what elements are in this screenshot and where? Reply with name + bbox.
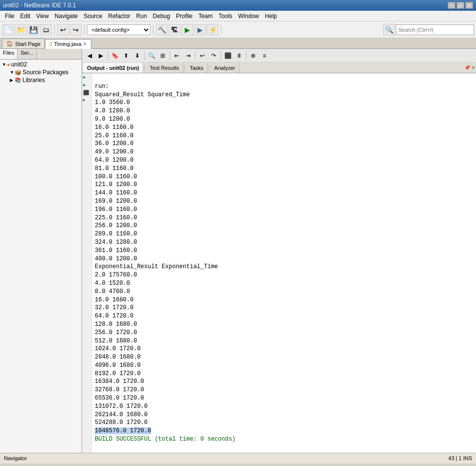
data-line-18: 324.0 1280.0: [95, 239, 137, 246]
editor-toolbar: ◀ ▶ 🔖 ⬆ ⬇ 🔍 ⊞ ⇤ ⇥ ↩ ↷ ⬛ ⏸ ⊕ ≡: [82, 49, 476, 63]
libraries-icon: 📚: [15, 77, 22, 84]
save-all-button[interactable]: 🗂: [40, 24, 52, 36]
recycle-indicator: ♻: [83, 98, 85, 102]
project-label: unit02: [11, 61, 27, 68]
menu-navigate[interactable]: Navigate: [52, 12, 81, 21]
menu-team[interactable]: Team: [195, 12, 216, 21]
timing-java-close[interactable]: ✕: [83, 42, 87, 46]
exp-line-7: 128.0 1680.0: [95, 321, 137, 328]
config-select[interactable]: <default config>: [87, 24, 151, 35]
forward-button[interactable]: ▶: [95, 50, 106, 61]
debug-button[interactable]: ▶: [194, 24, 206, 36]
output-gutter: ▶ ▶ ⬛ ♻: [82, 73, 92, 453]
delete-btn[interactable]: ≡: [259, 50, 270, 61]
tab-start-page[interactable]: 🏠 Start Page: [2, 39, 45, 48]
ed-sep-6: [246, 51, 246, 61]
redo-button[interactable]: ↪: [70, 24, 82, 36]
output-content[interactable]: ▶ ▶ ⬛ ♻ run: Squared_Result Squared_Time…: [82, 73, 476, 453]
menu-run[interactable]: Run: [133, 12, 150, 21]
close-button[interactable]: ✕: [465, 2, 473, 9]
tree-item-source-packages[interactable]: ▼ 📦 Source Packages: [1, 68, 81, 76]
prev-bookmark[interactable]: ⬆: [121, 50, 131, 61]
left-panel-tabs: Files Ser...: [0, 49, 82, 60]
libraries-label: Libraries: [22, 77, 45, 84]
new-file-button[interactable]: 📄: [2, 24, 14, 36]
data-line-5: 25.0 1160.0: [95, 132, 133, 139]
run-indicator-2: ▶: [83, 82, 86, 88]
data-line-17: 289.0 1160.0: [95, 231, 137, 237]
insert-btn[interactable]: ⊕: [248, 50, 259, 61]
tree-item-unit02[interactable]: ▼ ● unit02: [1, 61, 81, 68]
exp-line-14: 16384.0 1720.0: [95, 378, 144, 385]
menu-help[interactable]: Help: [262, 12, 280, 21]
status-position: 43 | 1 INS: [448, 455, 472, 461]
toolbar-sep-4: [221, 24, 221, 35]
pause-btn[interactable]: ⏸: [234, 50, 244, 61]
exp-line-1: 2.0 175760.0: [95, 272, 137, 278]
output-pin-btn[interactable]: 📌: [464, 65, 470, 70]
panel-tab-services[interactable]: Ser...: [18, 49, 37, 59]
data-line-14: 196.0 1160.0: [95, 206, 137, 213]
output-tab-test[interactable]: Test Results: [146, 63, 183, 73]
tree-item-libraries[interactable]: ▶ 📚 Libraries: [1, 76, 81, 84]
output-close-btn[interactable]: ✕: [471, 65, 475, 70]
output-text: run: Squared_Result Squared_Time 1.0 356…: [95, 74, 474, 452]
source-packages-icon: 📦: [15, 69, 22, 76]
save-button[interactable]: 💾: [27, 24, 39, 36]
indent-right[interactable]: ⇥: [183, 50, 194, 61]
undo-button[interactable]: ↩: [57, 24, 69, 36]
menu-refactor[interactable]: Refactor: [105, 12, 133, 21]
data-line-20: 400.0 1200.0: [95, 255, 137, 262]
output-tab-run[interactable]: Output - unit02 (run): [83, 63, 143, 73]
panel-tab-files[interactable]: Files: [0, 49, 18, 59]
expand-unit02[interactable]: ▼: [2, 62, 7, 67]
exp-line-19: 524288.0 1720.0: [95, 419, 148, 426]
data-line-7: 49.0 1200.0: [95, 148, 133, 155]
expand-libraries[interactable]: ▶: [10, 78, 15, 83]
run-indicator-1: ▶: [83, 74, 86, 80]
build-success-line: BUILD SUCCESSFUL (total time: 0 seconds): [95, 436, 236, 443]
back-button[interactable]: ◀: [84, 50, 95, 61]
find-usages[interactable]: ⊞: [157, 50, 168, 61]
stop-btn[interactable]: ⬛: [222, 50, 233, 61]
step-over[interactable]: ↷: [208, 50, 219, 61]
exp-line-9: 512.0 1680.0: [95, 338, 137, 344]
output-tab-tasks[interactable]: Tasks: [186, 63, 208, 73]
data-line-6: 36.0 1200.0: [95, 140, 133, 147]
search-input[interactable]: [396, 24, 474, 35]
ed-sep-3: [170, 51, 170, 61]
menu-tools[interactable]: Tools: [216, 12, 235, 21]
run-button[interactable]: ▶: [181, 24, 193, 36]
search-btn[interactable]: 🔍: [146, 50, 157, 61]
tab-strip: 🏠 Start Page J Timing.java ✕: [0, 38, 476, 49]
expand-source[interactable]: ▼: [10, 70, 15, 75]
menu-edit[interactable]: Edit: [17, 12, 33, 21]
menu-window[interactable]: Window: [235, 12, 262, 21]
data-line-9: 81.0 1160.0: [95, 165, 133, 172]
next-bookmark[interactable]: ⬇: [132, 50, 143, 61]
toggle-bookmark[interactable]: 🔖: [109, 50, 120, 61]
ed-sep-1: [108, 51, 108, 61]
minimize-button[interactable]: ─: [448, 2, 455, 9]
menu-source[interactable]: Source: [81, 12, 105, 21]
start-page-icon: 🏠: [6, 41, 13, 47]
menu-file[interactable]: File: [2, 12, 17, 21]
menu-view[interactable]: View: [33, 12, 52, 21]
indent-left[interactable]: ⇤: [172, 50, 182, 61]
menu-debug[interactable]: Debug: [150, 12, 173, 21]
exp-line-13: 8192.0 1720.0: [95, 370, 141, 377]
run-to-cursor[interactable]: ↩: [197, 50, 208, 61]
profile-button[interactable]: ⚡: [207, 24, 218, 36]
exp-line-2: 4.0 1520.0: [95, 280, 130, 287]
tab-sep-3: [209, 64, 209, 71]
clean-build-button[interactable]: 🏗: [169, 24, 180, 36]
exp-line-18: 262144.0 1680.0: [95, 411, 148, 418]
maximize-button[interactable]: □: [456, 2, 464, 9]
build-button[interactable]: 🔨: [156, 24, 168, 36]
menu-profile[interactable]: Profile: [173, 12, 195, 21]
open-project-button[interactable]: 📁: [15, 24, 26, 36]
output-tab-analyzer[interactable]: Analyzer: [210, 63, 239, 73]
tab-timing-java[interactable]: J Timing.java ✕: [45, 39, 91, 49]
data-line-2: 4.0 1280.0: [95, 107, 130, 114]
toolbar-sep-1: [54, 24, 55, 35]
